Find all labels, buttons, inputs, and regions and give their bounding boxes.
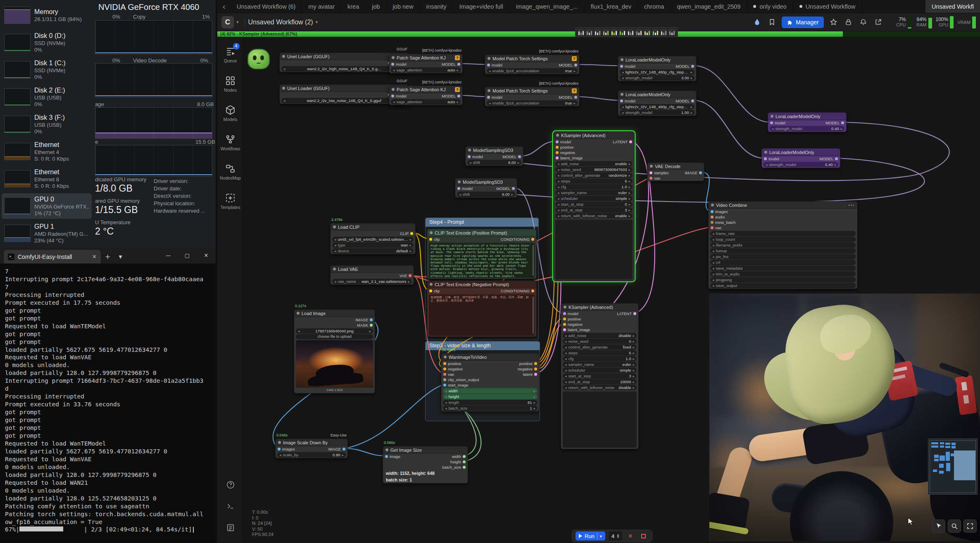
node-ksampler-high[interactable]: KSampler (Advanced)modelLATENTpositivene…: [553, 131, 635, 281]
output-port[interactable]: [534, 368, 537, 370]
widget-right-arrow-icon[interactable]: ▸: [573, 101, 576, 105]
node-collapse-icon[interactable]: [488, 89, 490, 92]
tab-chroma[interactable]: chroma: [638, 0, 671, 13]
widget-right-arrow-icon[interactable]: ▸: [628, 168, 630, 172]
node-widget-control_after_generate[interactable]: ◂control_after_generatefixed▸: [563, 344, 637, 350]
tab-dropdown-icon[interactable]: ▾: [114, 250, 126, 263]
node-widget-start_at_step[interactable]: ◂start_at_step0▸: [555, 202, 633, 207]
widget-right-arrow-icon[interactable]: ▸: [409, 237, 412, 242]
input-port[interactable]: [556, 146, 559, 149]
node-widget-sage_attention[interactable]: ◂sage_attentionauto▸: [391, 99, 461, 104]
output-port[interactable]: [633, 312, 636, 315]
toolstrip-button[interactable]: [652, 29, 659, 36]
node-widget-length[interactable]: ◂length81▸: [443, 400, 538, 405]
toolstrip-button[interactable]: [644, 29, 651, 36]
terminal-tab[interactable]: >_ ComfyUI-Easy-Install ✕: [4, 250, 101, 263]
tm-item-disk-2-e-[interactable]: Disk 2 (E:)USB (USB)0%: [2, 84, 92, 110]
toolstrip-button[interactable]: [594, 29, 601, 36]
star-icon[interactable]: [827, 17, 840, 28]
node-lora-bypassed-1[interactable]: LoraLoaderModelOnlymodelMODEL◂strength_m…: [768, 112, 847, 132]
node-widget-scheduler[interactable]: ◂schedulersimple▸: [555, 196, 633, 201]
node-image-scale-down-by[interactable]: Easy-Use0.046sImage Scale Down ByimagesI…: [275, 439, 348, 458]
input-port[interactable]: [443, 368, 446, 370]
node-lora-bypassed-2[interactable]: LoraLoaderModelOnlymodelMODEL◂strength_m…: [761, 148, 840, 168]
flask-icon[interactable]: [750, 17, 764, 28]
output-port[interactable]: [574, 64, 577, 66]
widget-right-arrow-icon[interactable]: ▸: [690, 111, 692, 115]
node-model-sampling-b[interactable]: ModelSamplingSD3modelMODEL◂shift8.00▸: [455, 178, 517, 198]
node-widget-value[interactable]: ◂lightx2v_I2V_14B_480p_cfg_step_distill_…: [620, 69, 695, 75]
node-help-badge[interactable]: ?: [455, 55, 460, 60]
prompt-textarea[interactable]: High-energy action animation of a futuri…: [429, 243, 535, 278]
widget-right-arrow-icon[interactable]: ▸: [633, 357, 635, 361]
minimize-button[interactable]: —: [159, 247, 178, 263]
node-header[interactable]: Model Patch Torch Settings?: [485, 87, 579, 95]
node-widget-start_at_step[interactable]: ◂start_at_step3▸: [563, 373, 637, 379]
node-widget-trim_to_audio[interactable]: ◂trim_to_audio: [710, 271, 856, 277]
node-header[interactable]: CLIP Text Encode (Positive Prompt): [427, 229, 536, 237]
node-widget-end_at_step[interactable]: ◂end_at_step10000▸: [563, 379, 637, 384]
decrement-icon[interactable]: ▼: [617, 536, 619, 538]
comfyui-logo[interactable]: C: [221, 16, 234, 28]
widget-right-arrow-icon[interactable]: ▸: [628, 179, 630, 183]
toolstrip-button[interactable]: [578, 29, 585, 36]
input-port[interactable]: [429, 289, 432, 292]
node-widget-value[interactable]: ◂17807166946040.png▸: [296, 328, 373, 334]
node-widget-save_output[interactable]: ◂save_output: [710, 283, 856, 288]
node-widget-steps[interactable]: ◂steps6▸: [563, 350, 637, 356]
input-port[interactable]: [711, 216, 714, 218]
node-header[interactable]: Image Scale Down By: [276, 439, 347, 446]
input-port[interactable]: [649, 177, 652, 180]
node-collapse-icon[interactable]: [771, 115, 773, 118]
node-ksampler-low[interactable]: KSampler (Advanced)modelLATENTpositivene…: [561, 303, 639, 449]
node-widget-device[interactable]: ◂devicedefault▸: [332, 248, 414, 254]
node-widget-loop_count[interactable]: ◂loop_count: [710, 237, 856, 242]
output-port[interactable]: [370, 324, 373, 327]
node-widget-strength_model[interactable]: ◂strength_model0.40▸: [764, 162, 838, 167]
input-port[interactable]: [620, 100, 623, 102]
input-port[interactable]: [443, 378, 446, 381]
toolstrip-button[interactable]: [611, 29, 618, 36]
node-widget-sampler_name[interactable]: ◂sampler_nameeuler▸: [563, 362, 637, 367]
node-collapse-icon[interactable]: [711, 204, 714, 206]
new-tab-button[interactable]: +: [101, 250, 114, 263]
widget-right-arrow-icon[interactable]: ▸: [633, 380, 635, 384]
toolstrip-button[interactable]: [668, 29, 676, 36]
widget-right-arrow-icon[interactable]: ▸: [369, 329, 371, 333]
widget-right-arrow-icon[interactable]: ▸: [628, 202, 630, 206]
node-collapse-icon[interactable]: [430, 231, 433, 234]
node-collapse-icon[interactable]: [282, 55, 285, 58]
node-collapse-icon[interactable]: [458, 180, 461, 183]
output-port[interactable]: [534, 373, 537, 376]
node-collapse-icon[interactable]: [444, 356, 447, 358]
node-patch-sage-low[interactable]: [BETA] comfyui-kjnodesPatch Sage Attenti…: [389, 85, 463, 105]
node-wan-image-to-video[interactable]: 35.686sWanImageToVideopositivepositivene…: [441, 353, 540, 412]
tm-item-gpu-1[interactable]: GPU 1AMD Radeon(TM) G...23% (44 °C): [2, 221, 92, 246]
node-collapse-icon[interactable]: [650, 165, 653, 168]
output-port[interactable]: [691, 100, 694, 102]
output-port[interactable]: [534, 362, 537, 365]
widget-right-arrow-icon[interactable]: ▸: [457, 100, 459, 104]
input-port[interactable]: [443, 384, 446, 387]
node-widget-return_with_leftover_noise[interactable]: ◂return_with_leftover_noiseenable▸: [555, 213, 633, 218]
node-widget-height[interactable]: ◂height▸: [443, 394, 538, 399]
widget-right-arrow-icon[interactable]: ▸: [533, 401, 535, 405]
node-header[interactable]: ModelSamplingSD3: [466, 147, 523, 154]
node-widget-shift[interactable]: ◂shift8.00▸: [457, 192, 515, 197]
widget-right-arrow-icon[interactable]: ▸: [533, 395, 535, 399]
input-port[interactable]: [649, 171, 652, 174]
node-collapse-icon[interactable]: [392, 88, 395, 91]
node-widget-value[interactable]: ◂umt5_xxl_fp8_e4m3fn_scaled.safetensors▸: [332, 237, 414, 242]
output-port[interactable]: [531, 289, 534, 292]
node-widget-pingpong[interactable]: ◂pingpong: [710, 277, 856, 282]
node-widget-save_metadata[interactable]: ◂save_metadata: [710, 266, 856, 271]
node-header[interactable]: LoraLoaderModelOnly: [618, 91, 696, 98]
node-help-badge[interactable]: ?: [455, 87, 460, 92]
tm-item-ethernet[interactable]: EthernetEthernet 8S: 0 R: 0 Kbps: [2, 166, 92, 192]
input-port[interactable]: [443, 362, 446, 365]
tab-unsaved-workflow[interactable]: Unsaved Workflow: [793, 0, 862, 13]
toolstrip-button[interactable]: [586, 29, 593, 36]
widget-right-arrow-icon[interactable]: ▸: [633, 351, 635, 355]
widget-right-arrow-icon[interactable]: ▸: [573, 69, 576, 73]
manager-button[interactable]: Manager: [782, 17, 823, 28]
